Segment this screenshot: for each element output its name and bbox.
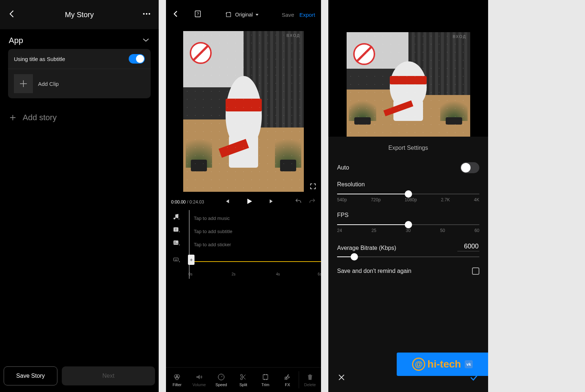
dont-remind-checkbox[interactable] bbox=[472, 267, 479, 275]
bitrate-slider[interactable] bbox=[337, 256, 479, 257]
subtitle-toggle-row: Using title as Subtitle bbox=[8, 49, 151, 69]
add-clip-button[interactable]: Add Clip bbox=[8, 69, 151, 98]
resolution-label: Resolution bbox=[337, 181, 479, 188]
split-icon bbox=[239, 373, 247, 381]
add-story-button[interactable]: Add story bbox=[0, 106, 159, 130]
video-preview[interactable]: ВХОД bbox=[183, 31, 304, 192]
music-icon[interactable]: + bbox=[166, 213, 186, 220]
resolution-slider[interactable] bbox=[337, 194, 479, 194]
bottom-bar: Save Story Next bbox=[4, 366, 155, 385]
vk-icon: vk bbox=[465, 360, 473, 368]
next-button[interactable]: Next bbox=[62, 366, 155, 385]
play-button[interactable] bbox=[245, 197, 253, 206]
help-button[interactable]: ? bbox=[194, 10, 202, 19]
text-icon[interactable]: T+ bbox=[166, 226, 186, 233]
more-button[interactable] bbox=[142, 9, 151, 20]
plus-icon bbox=[9, 114, 17, 122]
keyboard-icon[interactable]: + bbox=[166, 256, 186, 263]
undo-button[interactable] bbox=[295, 198, 302, 206]
filter-tool[interactable]: Filter bbox=[166, 368, 188, 392]
close-button[interactable] bbox=[337, 373, 346, 383]
panel-title: Export Settings bbox=[337, 145, 479, 151]
add-clip-label: Add Clip bbox=[38, 81, 59, 87]
section-header[interactable]: App bbox=[0, 29, 159, 49]
add-clip-handle[interactable]: + bbox=[188, 255, 195, 265]
sticker-icon[interactable]: + bbox=[166, 239, 186, 247]
preview-area: ВХОД bbox=[166, 29, 321, 194]
preview-image: ВХОД bbox=[347, 32, 470, 137]
trim-icon bbox=[261, 373, 269, 381]
chevron-down-icon bbox=[142, 36, 150, 45]
resolution-ticks: 540p 720p 1080p 2.7K 4K bbox=[337, 197, 479, 202]
filter-icon bbox=[173, 373, 181, 381]
playhead[interactable] bbox=[189, 210, 189, 279]
svg-point-11 bbox=[174, 241, 176, 243]
story-card: Using title as Subtitle Add Clip bbox=[8, 49, 151, 98]
save-button[interactable]: Save bbox=[282, 12, 294, 18]
back-button[interactable] bbox=[172, 10, 180, 19]
preview-crop: ВХОД bbox=[328, 0, 488, 137]
dont-remind-label: Save and don't remind again bbox=[337, 268, 411, 274]
svg-text:?: ? bbox=[197, 12, 199, 16]
volume-tool[interactable]: Volume bbox=[188, 368, 210, 392]
svg-text:T: T bbox=[175, 228, 177, 232]
subtitle-toggle[interactable] bbox=[129, 54, 145, 64]
slider-thumb[interactable] bbox=[405, 190, 412, 198]
time-ruler: 0s 2s 4s 6s bbox=[186, 270, 321, 279]
image-badge: ВХОД bbox=[286, 33, 300, 38]
section-label: App bbox=[9, 36, 23, 45]
auto-toggle[interactable] bbox=[460, 162, 479, 173]
svg-text:+: + bbox=[179, 243, 180, 247]
svg-text:+: + bbox=[179, 230, 180, 233]
plus-icon bbox=[14, 74, 33, 93]
slider-thumb[interactable] bbox=[351, 253, 358, 260]
preview-image: ВХОД bbox=[183, 31, 304, 192]
slider-thumb[interactable] bbox=[405, 221, 412, 228]
svg-rect-10 bbox=[174, 240, 178, 245]
aspect-ratio-dropdown[interactable]: Original bbox=[225, 11, 258, 18]
bitrate-field[interactable]: 6000 bbox=[457, 243, 479, 251]
watermark: @ hi-tech vk bbox=[397, 353, 488, 376]
speed-icon bbox=[217, 373, 225, 381]
redo-button[interactable] bbox=[309, 198, 316, 206]
delete-tool[interactable]: Delete bbox=[299, 368, 321, 392]
editor-header: ? Original Save Export bbox=[166, 0, 321, 29]
add-story-label: Add story bbox=[23, 113, 57, 122]
at-icon: @ bbox=[412, 358, 425, 371]
split-tool[interactable]: Split bbox=[232, 368, 254, 392]
screen-editor: ? Original Save Export ВХОД bbox=[166, 0, 321, 392]
svg-point-1 bbox=[146, 13, 147, 15]
page-title: My Story bbox=[65, 11, 94, 19]
back-button[interactable] bbox=[7, 9, 17, 20]
screen-my-story: My Story App Using title as Subtitle Add… bbox=[0, 0, 159, 392]
toolbar: Filter Volume Speed Split Trim FX Delete bbox=[166, 367, 321, 392]
trash-icon bbox=[306, 373, 314, 381]
svg-rect-13 bbox=[174, 258, 178, 261]
fx-tool[interactable]: FX bbox=[276, 368, 298, 392]
svg-text:+: + bbox=[178, 217, 180, 220]
save-story-button[interactable]: Save Story bbox=[4, 366, 57, 385]
prev-frame-button[interactable] bbox=[224, 198, 230, 205]
svg-text:+: + bbox=[179, 260, 180, 263]
speed-tool[interactable]: Speed bbox=[210, 368, 232, 392]
aspect-label: Original bbox=[235, 12, 253, 18]
header: My Story bbox=[0, 0, 159, 29]
dont-remind-row: Save and don't remind again bbox=[337, 267, 479, 275]
timeline: + Tap to add music T+ Tap to add subtitl… bbox=[166, 210, 321, 279]
auto-label: Auto bbox=[337, 164, 349, 171]
svg-point-2 bbox=[148, 13, 150, 15]
svg-point-0 bbox=[143, 13, 144, 15]
bitrate-row: Average Bitrate (Kbps) 6000 bbox=[337, 243, 479, 251]
trim-tool[interactable]: Trim bbox=[254, 368, 276, 392]
fps-slider[interactable] bbox=[337, 224, 479, 225]
clip-thumbnails[interactable]: 24.03s bbox=[191, 261, 321, 262]
export-button[interactable]: Export bbox=[299, 12, 315, 18]
crop-icon bbox=[225, 11, 232, 18]
fullscreen-button[interactable] bbox=[309, 183, 317, 191]
current-time: 0:00.00 bbox=[171, 199, 186, 205]
screen-export-settings: ВХОД Export Settings Auto Resolution 540… bbox=[328, 0, 488, 392]
fps-label: FPS bbox=[337, 212, 479, 218]
next-frame-button[interactable] bbox=[269, 198, 275, 205]
transport-bar: 0:00.00 / 0:24.03 bbox=[166, 194, 321, 210]
image-badge: ВХОД bbox=[453, 34, 467, 39]
